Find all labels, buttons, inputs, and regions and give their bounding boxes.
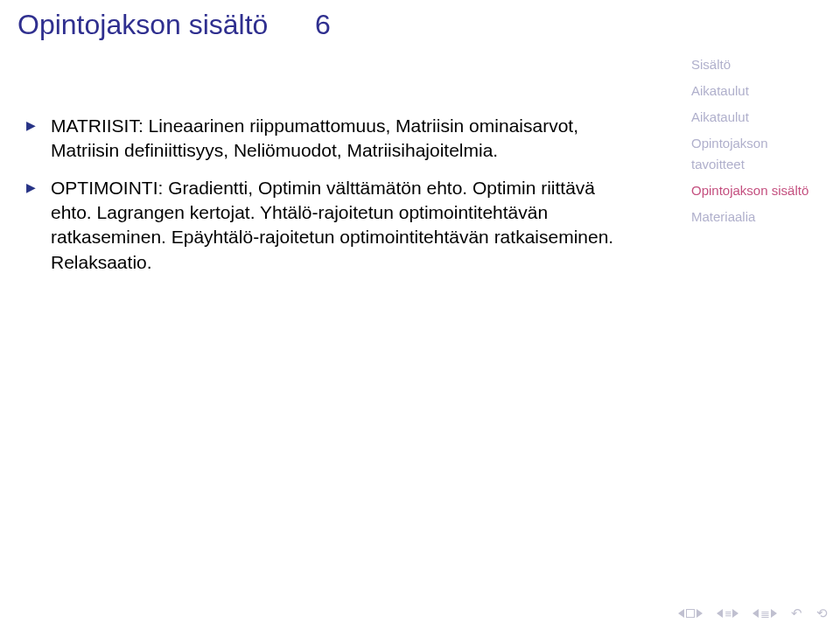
sidebar-item-aikataulut-2[interactable]: Aikataulut xyxy=(691,107,822,128)
triangle-right-icon xyxy=(771,609,777,618)
page-title: Opintojakson sisältö xyxy=(18,9,268,41)
square-icon xyxy=(686,609,695,618)
content-body: MATRIISIT: Lineaarinen riippumattomuus, … xyxy=(26,114,621,287)
sidebar-item-sisalto[interactable]: Sisältö xyxy=(691,54,822,75)
nav-prev-slide[interactable] xyxy=(678,609,703,618)
sidebar-item-tavoitteet[interactable]: Opintojakson tavoitteet xyxy=(691,133,822,175)
bars-icon: ≡ xyxy=(724,607,731,620)
frame-number: 6 xyxy=(315,9,331,41)
nav-back[interactable]: ↶ xyxy=(791,606,802,621)
sidebar: Sisältö Aikataulut Aikataulut Opintojaks… xyxy=(691,54,822,233)
triangle-right-icon xyxy=(696,609,703,618)
beamer-nav-bar: ≡ ≣ ↶ ⟲ xyxy=(678,606,828,621)
triangle-left-icon xyxy=(717,609,723,618)
bullet-2: OPTIMOINTI: Gradientti, Optimin välttämä… xyxy=(26,176,621,275)
triangle-left-icon xyxy=(678,609,684,618)
undo-icon: ↶ xyxy=(791,606,802,621)
bullet-1: MATRIISIT: Lineaarinen riippumattomuus, … xyxy=(26,114,621,164)
refresh-icon: ⟲ xyxy=(816,606,828,621)
sidebar-item-aikataulut-1[interactable]: Aikataulut xyxy=(691,80,822,102)
nav-refresh[interactable]: ⟲ xyxy=(816,606,828,621)
nav-prev-section[interactable]: ≡ xyxy=(717,607,738,620)
triangle-right-icon xyxy=(732,609,738,618)
bars-icon: ≣ xyxy=(760,607,769,620)
nav-prev-sub[interactable]: ≣ xyxy=(752,607,777,620)
sidebar-item-materiaalia[interactable]: Materiaalia xyxy=(691,206,822,228)
triangle-left-icon xyxy=(752,609,759,618)
sidebar-item-sisalto-current[interactable]: Opintojakson sisältö xyxy=(691,180,822,201)
